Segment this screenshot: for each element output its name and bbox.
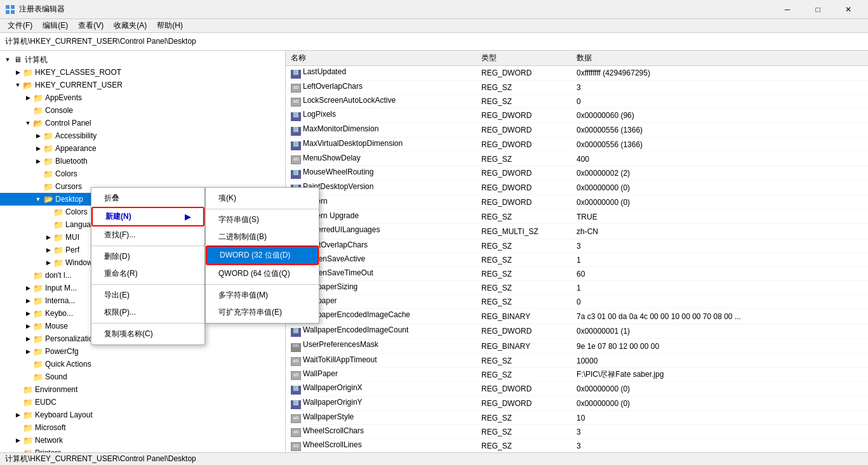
- ctx-separator-3: [91, 323, 204, 324]
- tree-label-perf: Perf: [65, 246, 79, 254]
- table-row[interactable]: 🔢WallpaperEncodedImageCount REG_DWORD 0x…: [286, 324, 868, 339]
- folder-icon-network: 📁: [23, 435, 33, 445]
- tree-item-appearance[interactable]: ▶ 📁 Appearance: [0, 142, 285, 155]
- ctx-item-new[interactable]: 新建(N) ▶: [91, 207, 204, 226]
- sub-item-dword[interactable]: DWORD (32 位值(D): [206, 246, 319, 265]
- table-row[interactable]: 🔢MaxVirtualDesktopDimension REG_DWORD 0x…: [286, 138, 868, 152]
- cell-data: zh-CN: [571, 224, 868, 239]
- address-path: 计算机\HKEY_CURRENT_USER\Control Panel\Desk…: [5, 36, 196, 47]
- table-row[interactable]: binUserPreferencesMask REG_BINARY 9e 1e …: [286, 339, 868, 354]
- folder-icon-appearance: 📁: [43, 143, 53, 154]
- title-bar: 注册表编辑器 ─ □ ✕: [0, 0, 868, 19]
- menu-bar: 文件(F) 编辑(E) 查看(V) 收藏夹(A) 帮助(H): [0, 19, 868, 33]
- table-row[interactable]: 🔢PaintDesktopVersion REG_DWORD 0x0000000…: [286, 181, 868, 195]
- table-row[interactable]: abRightOverlapChars REG_SZ 3: [286, 239, 868, 253]
- table-row[interactable]: abWallPaper REG_SZ F:\PIC\尽禄Fate saber.j…: [286, 368, 868, 382]
- expand-network: ▶: [13, 437, 23, 443]
- ctx-item-collapse[interactable]: 折叠: [91, 190, 204, 207]
- menu-file[interactable]: 文件(F): [3, 19, 37, 32]
- table-row[interactable]: 🔢Pattern REG_DWORD 0x00000000 (0): [286, 195, 868, 210]
- table-row[interactable]: abWallpaperSizing REG_SZ 1: [286, 281, 868, 295]
- sub-item-qword[interactable]: QWORD (64 位值(Q): [206, 265, 319, 282]
- right-panel: 名称 类型 数据 🔢LastUpdated REG_DWORD 0xffffff…: [286, 51, 868, 452]
- table-row[interactable]: 🔢LastUpdated REG_DWORD 0xffffffff (42949…: [286, 66, 868, 81]
- expand-computer: ▼: [3, 56, 13, 63]
- table-row[interactable]: binWallpaperEncodedImageCache REG_BINARY…: [286, 309, 868, 324]
- table-row[interactable]: abWaitToKillAppTimeout REG_SZ 10000: [286, 354, 868, 368]
- maximize-button[interactable]: □: [803, 0, 832, 19]
- tree-label-eudc: EUDC: [35, 398, 57, 407]
- cell-data: 0x00000001 (1): [571, 324, 868, 339]
- ctx-item-copykey[interactable]: 复制项名称(C): [91, 325, 204, 343]
- tree-item-sound[interactable]: 📁 Sound: [0, 370, 285, 383]
- tree-item-console[interactable]: 📁 Console: [0, 104, 285, 117]
- table-row[interactable]: 🔢LogPixels REG_DWORD 0x00000060 (96): [286, 108, 868, 123]
- sub-item-binval[interactable]: 二进制制值(B): [206, 228, 319, 246]
- expand-bluetooth: ▶: [33, 158, 43, 164]
- cell-data: 400: [571, 152, 868, 166]
- folder-icon-sound: 📁: [33, 372, 43, 382]
- tree-label-desktop: Desktop: [55, 195, 83, 204]
- cell-name: abLockScreenAutoLockActive: [286, 95, 476, 108]
- table-row[interactable]: abWheelScrollChars REG_SZ 3: [286, 425, 868, 439]
- tree-label-printers: Printers: [35, 449, 61, 452]
- table-row[interactable]: abWallpaperStyle REG_SZ 10: [286, 411, 868, 425]
- table-row[interactable]: MPreferredUILanguages REG_MULTI_SZ zh-CN: [286, 224, 868, 239]
- table-row[interactable]: 🔢WallpaperOriginX REG_DWORD 0x00000000 (…: [286, 382, 868, 396]
- ctx-item-export[interactable]: 导出(E): [91, 287, 204, 304]
- ctx-item-permissions[interactable]: 权限(P)...: [91, 304, 204, 321]
- tree-label-hkcr: HKEY_CLASSES_ROOT: [35, 68, 121, 77]
- tree-item-hkcr[interactable]: ▶ 📁 HKEY_CLASSES_ROOT: [0, 66, 285, 79]
- folder-icon-environment: 📁: [23, 384, 33, 395]
- tree-item-hkcu[interactable]: ▼ 📂 HKEY_CURRENT_USER: [0, 79, 285, 91]
- table-row[interactable]: abLockScreenAutoLockActive REG_SZ 0: [286, 95, 868, 108]
- table-row[interactable]: abScreenSaveTimeOut REG_SZ 60: [286, 267, 868, 281]
- cell-type: REG_SZ: [476, 439, 571, 453]
- minimize-button[interactable]: ─: [773, 0, 802, 19]
- cell-data: 3: [571, 425, 868, 439]
- tree-item-printers[interactable]: 📁 Printers: [0, 447, 285, 452]
- table-row[interactable]: abWheelScrollLines REG_SZ 3: [286, 439, 868, 453]
- tree-item-environment[interactable]: 📁 Environment: [0, 383, 285, 396]
- table-row[interactable]: 🔢MouseWheelRouting REG_DWORD 0x00000002 …: [286, 166, 868, 181]
- menu-view[interactable]: 查看(V): [73, 19, 109, 32]
- ctx-item-find[interactable]: 查找(F)...: [91, 226, 204, 244]
- table-row[interactable]: abPattern Upgrade REG_SZ TRUE: [286, 210, 868, 224]
- tree-item-quickactions[interactable]: 📁 Quick Actions: [0, 358, 285, 370]
- expand-sound: [23, 374, 33, 380]
- tree-item-accessibility[interactable]: ▶ 📁 Accessibility: [0, 129, 285, 142]
- menu-favorites[interactable]: 收藏夹(A): [109, 19, 152, 32]
- menu-help[interactable]: 帮助(H): [152, 19, 188, 32]
- expand-console: [23, 107, 33, 114]
- expand-quickactions: [23, 361, 33, 367]
- table-row[interactable]: abScreenSaveActive REG_SZ 1: [286, 253, 868, 267]
- table-row[interactable]: abMenuShowDelay REG_SZ 400: [286, 152, 868, 166]
- folder-icon-hkcr: 📁: [23, 67, 33, 77]
- ctx-item-delete[interactable]: 删除(D): [91, 248, 204, 265]
- cell-data: 3: [571, 239, 868, 253]
- tree-item-keyboardlayout[interactable]: ▶ 📁 Keyboard Layout: [0, 409, 285, 421]
- table-row[interactable]: abWallpaper REG_SZ 0: [286, 295, 868, 309]
- sub-item-key[interactable]: 项(K): [206, 190, 319, 207]
- expand-cursors: [33, 183, 43, 190]
- tree-item-appevents[interactable]: ▶ 📁 AppEvents: [0, 91, 285, 104]
- tree-item-bluetooth[interactable]: ▶ 📁 Bluetooth: [0, 155, 285, 167]
- tree-item-eudc[interactable]: 📁 EUDC: [0, 396, 285, 409]
- close-button[interactable]: ✕: [834, 0, 863, 19]
- folder-icon-personalization: 📁: [33, 334, 43, 344]
- table-row[interactable]: 🔢WallpaperOriginY REG_DWORD 0x00000000 (…: [286, 396, 868, 411]
- sub-item-multisz[interactable]: 多字符串值(M): [206, 287, 319, 304]
- tree-item-colors[interactable]: 📁 Colors: [0, 167, 285, 180]
- table-row[interactable]: abLeftOverlapChars REG_SZ 3: [286, 81, 868, 95]
- tree-item-powercfg[interactable]: ▶ 📁 PowerCfg: [0, 345, 285, 358]
- ctx-item-rename[interactable]: 重命名(R): [91, 265, 204, 282]
- sub-item-strval[interactable]: 字符串值(S): [206, 211, 319, 228]
- menu-edit[interactable]: 编辑(E): [37, 19, 73, 32]
- sub-item-expsz[interactable]: 可扩充字符串值(E): [206, 304, 319, 321]
- expand-eudc: [13, 399, 23, 405]
- tree-item-network[interactable]: ▶ 📁 Network: [0, 434, 285, 447]
- tree-item-microsoft[interactable]: 📁 Microsoft: [0, 421, 285, 434]
- table-row[interactable]: 🔢MaxMonitorDimension REG_DWORD 0x0000055…: [286, 123, 868, 138]
- tree-item-controlpanel[interactable]: ▼ 📂 Control Panel: [0, 117, 285, 129]
- tree-item-computer[interactable]: ▼ 🖥 计算机: [0, 53, 285, 66]
